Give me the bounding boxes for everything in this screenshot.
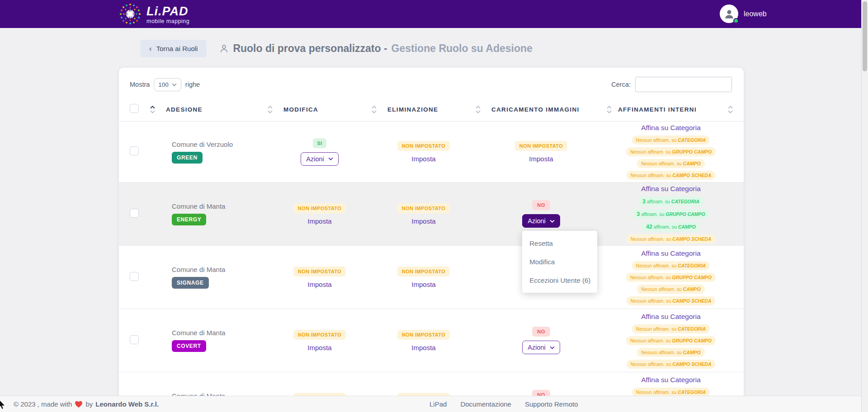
affinamento-badge: Nessun affinam. su CAMPO bbox=[637, 348, 705, 357]
column-header-eliminazione[interactable]: ELIMINAZIONE bbox=[387, 106, 438, 113]
footer: © 2023 , made with by Leonardo Web S.r.l… bbox=[0, 396, 868, 412]
sort-icon[interactable] bbox=[372, 106, 377, 113]
affinamento-badge: Nessun affinam. su CAMPO SCHEDA bbox=[627, 296, 716, 305]
table-row: Comune di Verzuolo GREEN SI Azioni NON I… bbox=[119, 122, 744, 183]
affinamento-badge: Nessun affinam. su CAMPO SCHEDA bbox=[627, 360, 716, 369]
heart-icon bbox=[75, 401, 83, 408]
affinamento-badge: Nessun affinam. su CAMPO SCHEDA bbox=[627, 234, 716, 243]
row-checkbox[interactable] bbox=[130, 209, 139, 218]
adesione-tag: COVERT bbox=[172, 340, 206, 352]
lipad-logo[interactable]: Li.PAD mobile mapping bbox=[118, 1, 189, 28]
affina-categoria-link[interactable]: Affina su Categoria bbox=[641, 376, 701, 384]
affinamento-badge: Nessun affinam. su CATEGORIA bbox=[632, 261, 710, 270]
lipad-logo-icon bbox=[118, 1, 143, 28]
user-icon bbox=[723, 8, 735, 20]
sort-icon[interactable] bbox=[150, 106, 155, 113]
page-title: Ruolo di prova personalizzato - Gestione… bbox=[219, 42, 532, 55]
affinamento-badge: 42 affinam. su CAMPO bbox=[642, 222, 700, 232]
azioni-button-open[interactable]: Azioni bbox=[522, 214, 560, 228]
affinamento-badge: Nessun affinam. su CAMPO bbox=[637, 285, 705, 294]
affinamento-badge: Nessun affinam. su GRUPPO CAMPO bbox=[626, 147, 716, 156]
table-row: Comune di Manta ENERGY NON IMPOSTATO Imp… bbox=[119, 183, 744, 246]
show-rows-label: Mostra bbox=[130, 81, 150, 88]
rows-per-page-select[interactable]: 100 bbox=[154, 78, 181, 91]
affinamento-badge: Nessun affinam. su CATEGORIA bbox=[632, 324, 710, 333]
menu-item-resetta[interactable]: Resetta bbox=[522, 234, 597, 253]
sort-icon[interactable] bbox=[607, 106, 612, 113]
affinamento-badge: Nessun affinam. su CATEGORIA bbox=[632, 388, 710, 397]
column-header-modifica[interactable]: MODIFICA bbox=[283, 106, 318, 113]
affina-categoria-link[interactable]: Affina su Categoria bbox=[641, 124, 701, 132]
page-title-role-name: Ruolo di prova personalizzato - bbox=[233, 42, 387, 55]
affinamento-badge: Nessun affinam. su GRUPPO CAMPO bbox=[626, 273, 716, 282]
sort-icon[interactable] bbox=[728, 106, 733, 113]
footer-link-supporto-remoto[interactable]: Supporto Remoto bbox=[525, 400, 578, 408]
search-label: Cerca: bbox=[611, 81, 631, 88]
imposta-link[interactable]: Imposta bbox=[411, 281, 435, 288]
select-all-checkbox[interactable] bbox=[130, 104, 139, 113]
status-badge: SI bbox=[313, 138, 326, 148]
chevron-down-icon bbox=[328, 157, 333, 160]
affinamento-badge: 3 affinam. su CATEGORIA bbox=[638, 197, 703, 206]
azioni-button[interactable]: Azioni bbox=[301, 152, 339, 166]
row-checkbox[interactable] bbox=[130, 272, 139, 281]
row-checkbox[interactable] bbox=[130, 146, 139, 155]
status-badge: NON IMPOSTATO bbox=[397, 330, 450, 340]
status-badge: NON IMPOSTATO bbox=[515, 141, 567, 151]
status-badge: NON IMPOSTATO bbox=[397, 267, 450, 276]
scrollbar-thumb[interactable] bbox=[863, 1, 867, 71]
adesione-name: Comune di Manta bbox=[172, 329, 225, 337]
affina-categoria-link[interactable]: Affina su Categoria bbox=[641, 249, 701, 258]
affinamento-badge: 3 affinam. su GRUPPO CAMPO bbox=[632, 209, 709, 219]
chevron-down-icon bbox=[550, 346, 555, 349]
adesione-name: Comune di Verzuolo bbox=[172, 140, 233, 148]
row-checkbox[interactable] bbox=[130, 335, 139, 344]
column-header-caricamento-immagini[interactable]: CARICAMENTO IMMAGINI bbox=[491, 106, 580, 113]
footer-link-lipad[interactable]: LiPad bbox=[429, 400, 447, 408]
imposta-link[interactable]: Imposta bbox=[307, 217, 331, 225]
avatar[interactable] bbox=[720, 5, 738, 23]
imposta-link[interactable]: Imposta bbox=[529, 155, 553, 163]
rows-per-page-value: 100 bbox=[158, 81, 169, 88]
sort-icon[interactable] bbox=[476, 106, 481, 113]
imposta-link[interactable]: Imposta bbox=[411, 155, 435, 163]
adesione-tag: SIGNAGE bbox=[172, 277, 209, 289]
username-label: leoweb bbox=[744, 10, 767, 18]
menu-item-eccezioni-utente[interactable]: Eccezioni Utente (6) bbox=[522, 271, 597, 290]
status-badge: NON IMPOSTATO bbox=[293, 203, 346, 213]
roles-table-card: Mostra 100 righe Cerca: ADESIONE bbox=[119, 68, 744, 412]
imposta-link[interactable]: Imposta bbox=[411, 344, 435, 351]
back-to-roles-button[interactable]: ‹ Torna ai Ruoli bbox=[140, 40, 207, 57]
table-header: ADESIONE MODIFICA ELIMINAZIONE bbox=[119, 98, 744, 122]
status-badge: NON IMPOSTATO bbox=[293, 267, 346, 276]
chevron-down-icon bbox=[550, 220, 555, 223]
affinamento-badge: Nessun affinam. su CATEGORIA bbox=[632, 136, 710, 145]
search-input[interactable] bbox=[635, 77, 732, 92]
affinamento-badge: Nessun affinam. su CAMPO bbox=[637, 159, 705, 168]
footer-link-documentazione[interactable]: Documentazione bbox=[460, 400, 511, 408]
chevron-down-icon bbox=[172, 83, 177, 86]
made-by-text: by bbox=[85, 400, 93, 408]
column-header-affinamenti-interni[interactable]: AFFINAMENTI INTERNI bbox=[618, 106, 697, 113]
rows-suffix-label: righe bbox=[185, 81, 200, 88]
page-scrollbar[interactable] bbox=[861, 0, 868, 412]
menu-item-modifica[interactable]: Modifica bbox=[522, 253, 597, 271]
imposta-link[interactable]: Imposta bbox=[307, 344, 331, 351]
azioni-dropdown-menu: Resetta Modifica Eccezioni Utente (6) bbox=[522, 231, 597, 293]
status-badge: NON IMPOSTATO bbox=[397, 203, 450, 213]
user-menu[interactable]: leoweb bbox=[720, 5, 767, 23]
copyright-text: © 2023 , made with bbox=[14, 400, 72, 408]
page-title-section: Gestione Ruolo su Adesione bbox=[392, 42, 533, 55]
imposta-link[interactable]: Imposta bbox=[307, 281, 331, 288]
sort-icon[interactable] bbox=[268, 106, 273, 113]
table-row: Comune di Manta SIGNAGE NON IMPOSTATO Im… bbox=[119, 246, 744, 309]
column-header-adesione[interactable]: ADESIONE bbox=[166, 106, 203, 113]
table-row: Comune di Manta COVERT NON IMPOSTATO Imp… bbox=[119, 309, 744, 372]
azioni-button[interactable]: Azioni bbox=[522, 341, 560, 354]
mouse-cursor bbox=[0, 399, 5, 409]
online-status-dot bbox=[733, 18, 739, 23]
imposta-link[interactable]: Imposta bbox=[411, 217, 435, 225]
affina-categoria-link[interactable]: Affina su Categoria bbox=[641, 185, 701, 193]
company-name: Leonardo Web S.r.l. bbox=[95, 400, 159, 408]
affina-categoria-link[interactable]: Affina su Categoria bbox=[641, 313, 701, 321]
